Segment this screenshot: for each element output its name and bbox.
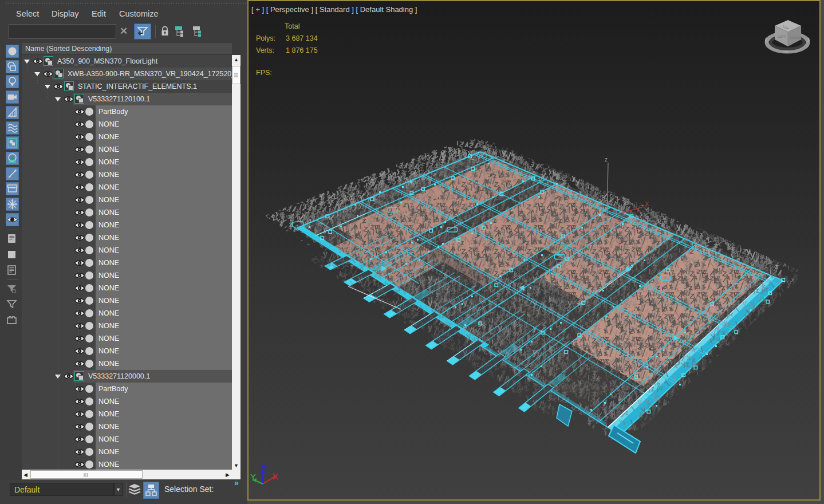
- svg-text:LEFT: LEFT: [778, 35, 786, 38]
- svg-text:z: z: [605, 156, 608, 163]
- svg-text:x: x: [791, 277, 794, 283]
- svg-text:FRONT: FRONT: [790, 36, 802, 40]
- svg-text:X: X: [645, 200, 649, 207]
